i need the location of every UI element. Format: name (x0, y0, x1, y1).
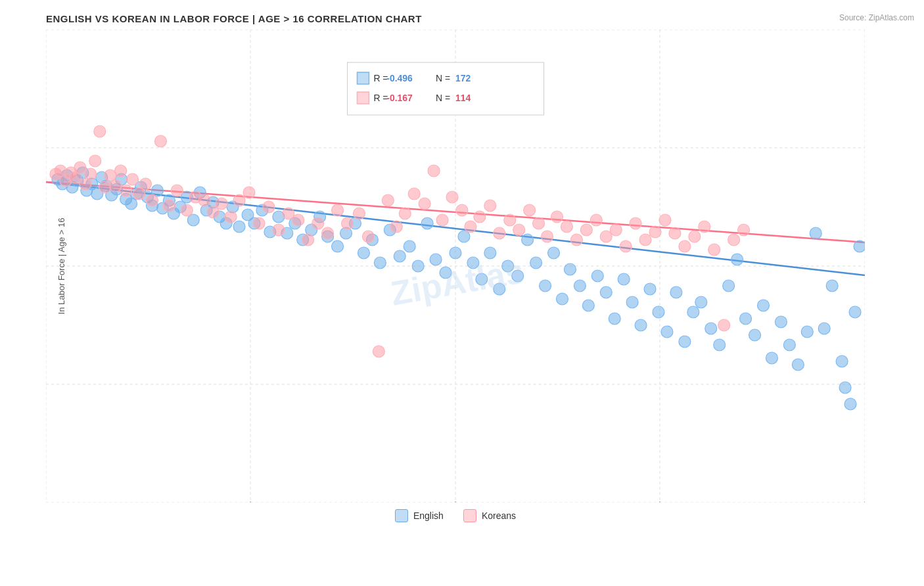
svg-point-125 (844, 398, 856, 410)
svg-point-150 (171, 185, 183, 196)
svg-point-181 (465, 221, 476, 233)
svg-point-122 (818, 323, 830, 334)
svg-point-136 (85, 168, 97, 180)
svg-point-99 (618, 273, 630, 285)
svg-point-108 (695, 296, 707, 308)
svg-point-104 (661, 326, 673, 338)
svg-point-78 (430, 254, 442, 265)
svg-point-192 (570, 234, 582, 246)
svg-point-157 (233, 194, 245, 206)
svg-point-91 (548, 247, 560, 259)
svg-point-204 (689, 231, 701, 242)
svg-point-118 (783, 339, 795, 351)
svg-point-156 (225, 211, 237, 223)
svg-point-159 (253, 217, 265, 229)
svg-point-163 (292, 214, 304, 226)
svg-point-183 (484, 200, 496, 212)
svg-point-171 (373, 346, 384, 357)
svg-point-161 (273, 224, 285, 236)
svg-point-124 (836, 355, 848, 367)
svg-point-146 (140, 178, 152, 190)
svg-text:114: 114 (455, 93, 471, 103)
svg-point-185 (504, 214, 516, 226)
svg-point-95 (582, 300, 594, 311)
svg-point-106 (679, 336, 691, 348)
svg-point-198 (630, 217, 641, 229)
svg-point-153 (198, 194, 210, 206)
svg-point-200 (649, 226, 661, 238)
svg-point-127 (849, 306, 861, 318)
svg-point-178 (436, 214, 448, 226)
svg-point-173 (390, 221, 402, 233)
svg-point-123 (826, 280, 838, 292)
svg-point-190 (551, 211, 563, 223)
svg-point-139 (99, 181, 111, 193)
svg-point-142 (115, 165, 127, 177)
svg-point-144 (127, 173, 139, 185)
svg-point-199 (639, 234, 651, 246)
svg-point-182 (474, 211, 486, 223)
svg-point-119 (792, 359, 804, 371)
svg-point-100 (626, 296, 638, 308)
svg-point-74 (394, 250, 405, 262)
svg-point-196 (610, 224, 622, 236)
svg-point-151 (181, 204, 193, 216)
svg-point-165 (312, 217, 324, 229)
svg-point-120 (801, 326, 813, 338)
svg-point-191 (561, 221, 572, 233)
svg-point-184 (494, 227, 505, 239)
svg-point-166 (322, 227, 334, 239)
svg-point-205 (699, 221, 710, 233)
svg-point-201 (659, 214, 671, 226)
chart-title: ENGLISH VS KOREAN IN LABOR FORCE | AGE >… (46, 13, 917, 24)
svg-point-170 (362, 231, 374, 242)
svg-point-88 (522, 234, 534, 246)
svg-point-134 (74, 162, 86, 173)
svg-point-147 (147, 194, 158, 206)
svg-point-128 (854, 240, 865, 252)
svg-point-180 (456, 204, 468, 216)
svg-point-98 (609, 313, 620, 325)
source-text: Source: ZipAtlas.com (839, 13, 914, 22)
svg-point-110 (714, 339, 726, 351)
legend-item-english: English (395, 509, 444, 522)
svg-point-113 (740, 313, 752, 325)
svg-point-174 (399, 208, 411, 219)
svg-point-169 (353, 208, 365, 219)
svg-point-187 (524, 204, 536, 216)
svg-point-105 (670, 286, 682, 298)
svg-point-55 (233, 221, 245, 233)
svg-point-126 (839, 382, 851, 394)
svg-point-137 (89, 155, 101, 167)
svg-point-103 (653, 306, 664, 318)
svg-text:N =: N = (436, 93, 450, 103)
svg-point-168 (342, 217, 354, 229)
svg-point-140 (104, 169, 116, 181)
svg-point-148 (154, 135, 166, 147)
chart-area: In Labor Force | Age > 16 100.0% 75.0% 5… (46, 30, 865, 503)
svg-point-207 (718, 319, 730, 331)
svg-text:-0.496: -0.496 (386, 73, 413, 83)
svg-point-208 (728, 234, 740, 246)
svg-point-67 (332, 240, 344, 252)
legend-container: English Koreans (46, 509, 865, 522)
svg-point-186 (513, 224, 525, 236)
svg-point-179 (446, 191, 458, 203)
svg-point-117 (775, 316, 787, 328)
svg-point-158 (243, 187, 255, 198)
svg-point-101 (635, 319, 647, 331)
svg-point-107 (687, 306, 699, 318)
legend-swatch-koreans (463, 509, 476, 522)
svg-point-197 (620, 240, 632, 252)
svg-point-111 (723, 280, 735, 292)
svg-point-90 (540, 280, 551, 292)
svg-point-209 (738, 224, 750, 236)
svg-point-143 (120, 185, 132, 196)
svg-point-189 (542, 231, 553, 242)
svg-point-141 (110, 180, 122, 192)
svg-point-206 (708, 244, 720, 256)
y-axis-label: In Labor Force | Age > 16 (57, 218, 66, 315)
svg-point-72 (374, 257, 386, 269)
svg-text:-0.167: -0.167 (386, 93, 413, 103)
svg-text:N =: N = (436, 73, 450, 83)
